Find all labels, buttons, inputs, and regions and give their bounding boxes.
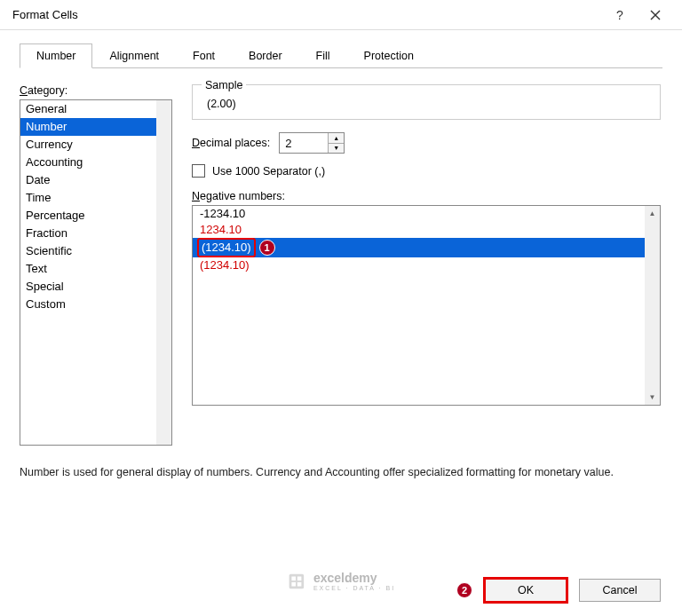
annotation-step-1: 1 <box>259 240 275 256</box>
list-item[interactable]: Number <box>20 118 171 136</box>
spinner-up-icon[interactable]: ▲ <box>329 133 344 144</box>
close-icon[interactable] <box>638 0 673 30</box>
tab-row: Number Alignment Font Border Fill Protec… <box>20 43 662 68</box>
tab-fill[interactable]: Fill <box>299 43 347 68</box>
sample-group: Sample (2.00) <box>192 84 661 120</box>
dialog-footer: 2 OK Cancel <box>21 579 661 602</box>
list-item[interactable]: Fraction <box>20 225 171 242</box>
tab-alignment[interactable]: Alignment <box>92 43 176 68</box>
scroll-down-icon[interactable]: ▼ <box>645 390 660 405</box>
category-listbox[interactable]: General Number Currency Accounting Date … <box>20 99 172 446</box>
list-item[interactable]: Currency <box>20 136 171 154</box>
list-item[interactable]: Percentage <box>20 207 171 225</box>
category-description: Number is used for general display of nu… <box>20 465 662 481</box>
scrollbar[interactable] <box>645 206 660 405</box>
negative-numbers-label: Negative numbers: <box>192 190 661 202</box>
tab-protection[interactable]: Protection <box>347 43 431 68</box>
negative-numbers-listbox[interactable]: -1234.10 1234.10 (1234.10) 1 (1234.10) ▲… <box>192 205 661 406</box>
decimal-places-input[interactable]: ▲ ▼ <box>279 132 345 154</box>
list-item[interactable]: (1234.10) <box>193 257 660 273</box>
tab-font[interactable]: Font <box>176 43 232 68</box>
help-icon[interactable]: ? <box>602 0 638 30</box>
thousands-separator-label: Use 1000 Separator (,) <box>212 165 325 178</box>
list-item[interactable]: Custom <box>20 296 171 313</box>
ok-button[interactable]: OK <box>485 579 567 602</box>
scrollbar[interactable] <box>156 100 171 445</box>
decimal-places-field[interactable] <box>280 133 328 153</box>
sample-value: (2.00) <box>202 98 651 110</box>
thousands-separator-checkbox[interactable] <box>192 164 205 178</box>
tab-border[interactable]: Border <box>232 43 299 68</box>
decimal-label: Decimal places: <box>192 137 270 149</box>
list-item[interactable]: 1234.10 <box>193 222 660 238</box>
sample-label: Sample <box>202 79 246 91</box>
cancel-button[interactable]: Cancel <box>579 579 661 602</box>
list-item[interactable]: Scientific <box>20 242 171 260</box>
scroll-up-icon[interactable]: ▲ <box>645 206 660 221</box>
spinner-down-icon[interactable]: ▼ <box>329 144 344 154</box>
list-item[interactable]: (1234.10) <box>197 238 256 257</box>
list-item[interactable]: Date <box>20 171 171 189</box>
decimal-spinner[interactable]: ▲ ▼ <box>328 133 344 153</box>
tab-number[interactable]: Number <box>20 43 92 68</box>
titlebar: Format Cells ? <box>0 0 682 30</box>
category-label: Category: <box>20 84 172 97</box>
list-item[interactable]: Accounting <box>20 154 171 171</box>
list-item[interactable]: -1234.10 <box>193 206 660 222</box>
list-item[interactable]: Special <box>20 278 171 296</box>
list-item[interactable]: Time <box>20 189 171 207</box>
annotation-step-2: 2 <box>456 582 472 598</box>
list-item[interactable]: Text <box>20 260 171 278</box>
dialog-title: Format Cells <box>12 8 602 21</box>
list-item[interactable]: General <box>20 100 171 118</box>
